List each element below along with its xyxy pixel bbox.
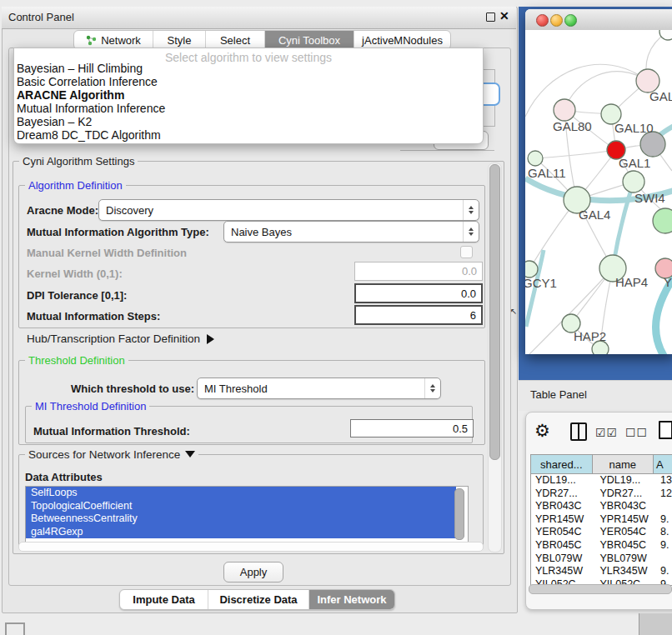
node-table[interactable]: shared... name A YDL19...YDL19...13 YDR2… — [530, 454, 672, 586]
algorithm-definition-title: Algorithm Definition — [25, 179, 126, 192]
tab-label: jActiveMNodules — [362, 34, 443, 47]
table-row[interactable]: YDR27...YDR27...12 — [531, 488, 672, 501]
list-item[interactable]: gal4RGexp — [26, 526, 456, 539]
sources-title: Sources for Network Inference — [28, 448, 180, 461]
aracne-mode-select[interactable]: Discovery — [98, 199, 479, 221]
network-node — [525, 261, 538, 278]
mi-type-select[interactable]: Naive Bayes — [223, 221, 479, 242]
column-header-partial[interactable]: A — [654, 455, 672, 473]
node-label: GCY1 — [525, 276, 557, 290]
network-node — [623, 171, 644, 192]
table-row[interactable]: YPR145WYPR145W9. — [531, 513, 672, 527]
hub-section-label: Hub/Transcription Factor Definition — [27, 332, 200, 345]
close-icon[interactable]: ✕ — [499, 9, 509, 22]
network-node — [554, 99, 575, 121]
which-threshold-value: MI Threshold — [198, 382, 424, 395]
document-icon[interactable] — [659, 421, 672, 439]
algorithm-option[interactable]: Mutual Information Inference — [17, 102, 165, 115]
mi-type-label: Mutual Information Algorithm Type: — [27, 226, 209, 238]
tab-network[interactable]: Network — [74, 31, 153, 49]
mi-threshold-title: MI Threshold Definition — [32, 400, 149, 412]
node-label: GAL4 — [579, 208, 610, 222]
sources-toggle[interactable]: Sources for Network Inference — [25, 448, 198, 461]
mi-steps-value: 6 — [470, 309, 476, 322]
node-label: GAL11 — [528, 166, 566, 180]
network-canvas[interactable]: GAL GAL80 GAL10 GAL11 GAL1 SWI4 GAL4 GCY… — [525, 30, 672, 354]
table-row[interactable]: YBL079WYBL079W — [531, 552, 672, 566]
list-scrollbar[interactable] — [454, 488, 464, 540]
hub-section-toggle[interactable]: Hub/Transcription Factor Definition — [27, 332, 214, 345]
mi-threshold-field[interactable]: 0.5 — [350, 419, 474, 438]
tab-infer-network[interactable]: Infer Network — [308, 590, 394, 609]
table-row[interactable]: YLR345WYLR345W9. — [531, 565, 672, 578]
network-icon — [86, 35, 97, 46]
dpi-tolerance-field[interactable]: 0.0 — [354, 283, 483, 303]
list-item[interactable]: BetweennessCentrality — [26, 512, 456, 526]
aracne-mode-value: Discovery — [99, 204, 463, 217]
column-header-shared-name[interactable]: shared... — [531, 455, 593, 473]
column-header-name[interactable]: name — [593, 455, 654, 473]
tab-select[interactable]: Select — [205, 31, 264, 49]
table-row[interactable]: YER054CYER054C8. — [531, 526, 672, 539]
tab-discretize-data[interactable]: Discretize Data — [208, 590, 308, 609]
table-row[interactable]: YBR043CYBR043C — [531, 500, 672, 513]
which-threshold-select[interactable]: MI Threshold — [197, 378, 441, 399]
apply-button[interactable]: Apply — [223, 562, 283, 582]
cyni-bottom-tabs: Impute Data Discretize Data Infer Networ… — [119, 589, 395, 610]
control-panel-title: Control Panel — [8, 11, 74, 23]
tab-jactivemnodules[interactable]: jActiveMNodules — [354, 31, 450, 49]
split-columns-icon[interactable] — [570, 422, 587, 441]
algorithm-option[interactable]: Bayesian – Hill Climbing — [17, 62, 143, 75]
table-row[interactable]: YBR045CYBR045C9. — [531, 539, 672, 552]
node-label: Y — [664, 275, 672, 289]
zoom-traffic-light-icon[interactable] — [564, 14, 577, 27]
checked-checkboxes-icon[interactable]: ☑☑ — [595, 426, 618, 439]
table-header-row: shared... name A — [531, 455, 672, 474]
screen: Control Panel ✕ Network Style Select Cyn… — [0, 0, 672, 635]
close-traffic-light-icon[interactable] — [536, 14, 549, 27]
tab-style[interactable]: Style — [153, 31, 205, 49]
mi-steps-field[interactable]: 6 — [354, 305, 483, 325]
tab-impute-data[interactable]: Impute Data — [120, 590, 208, 609]
network-graph: GAL GAL80 GAL10 GAL11 GAL1 SWI4 GAL4 GCY… — [525, 30, 672, 354]
node-label: GAL10 — [614, 121, 654, 135]
network-view-window[interactable]: GAL GAL80 GAL10 GAL11 GAL1 SWI4 GAL4 GCY… — [525, 9, 672, 354]
mi-threshold-value: 0.5 — [453, 422, 468, 435]
algorithm-option-selected[interactable]: ARACNE Algorithm — [17, 88, 124, 102]
tab-label: Cyni Toolbox — [278, 34, 340, 47]
mi-type-value: Naive Bayes — [224, 226, 463, 238]
settings-scrollbar-thumb[interactable] — [489, 164, 500, 460]
kernel-width-label: Kernel Width (0,1): — [27, 268, 123, 280]
horizontal-scrollbar[interactable] — [18, 542, 484, 552]
panel-fragment — [639, 613, 672, 635]
unchecked-checkboxes-icon[interactable]: ☐☐ — [625, 426, 648, 439]
aracne-mode-label: Aracne Mode: — [27, 204, 98, 217]
algorithm-option[interactable]: Bayesian – K2 — [17, 115, 92, 128]
minimized-window-icon[interactable] — [5, 622, 25, 635]
expanded-arrow-icon — [185, 451, 195, 458]
algorithm-option[interactable]: Dream8 DC_TDC Algorithm — [17, 128, 161, 142]
data-attributes-list[interactable]: SelfLoops TopologicalCoefficient Between… — [25, 486, 469, 543]
manual-kernel-checkbox[interactable] — [460, 246, 473, 258]
algorithm-option[interactable]: Basic Correlation Inference — [17, 75, 158, 88]
table-row[interactable]: YDL19...YDL19...13 — [531, 474, 672, 488]
list-item[interactable]: SelfLoops — [26, 487, 456, 500]
table-horizontal-scrollbar[interactable] — [529, 584, 672, 594]
gear-icon[interactable]: ⚙ — [534, 421, 550, 441]
dpi-tolerance-label: DPI Tolerance [0,1]: — [27, 289, 127, 302]
list-item[interactable]: TopologicalCoefficient — [26, 500, 456, 513]
kernel-width-value: 0.0 — [462, 265, 477, 278]
kernel-width-field[interactable]: 0.0 — [354, 262, 483, 281]
network-node — [528, 151, 543, 166]
mi-steps-label: Mutual Information Steps: — [27, 310, 160, 322]
network-window-titlebar[interactable] — [525, 9, 672, 31]
table-panel-title: Table Panel — [530, 388, 587, 401]
apply-label: Apply — [240, 566, 268, 578]
tab-cyni-toolbox[interactable]: Cyni Toolbox — [264, 31, 354, 49]
mi-threshold-label: Mutual Information Threshold: — [33, 425, 190, 438]
control-panel-titlebar[interactable] — [2, 7, 516, 29]
node-label: GAL — [649, 89, 672, 103]
spinner-icon — [424, 378, 440, 398]
float-window-icon[interactable] — [486, 12, 495, 22]
minimize-traffic-light-icon[interactable] — [550, 14, 563, 27]
